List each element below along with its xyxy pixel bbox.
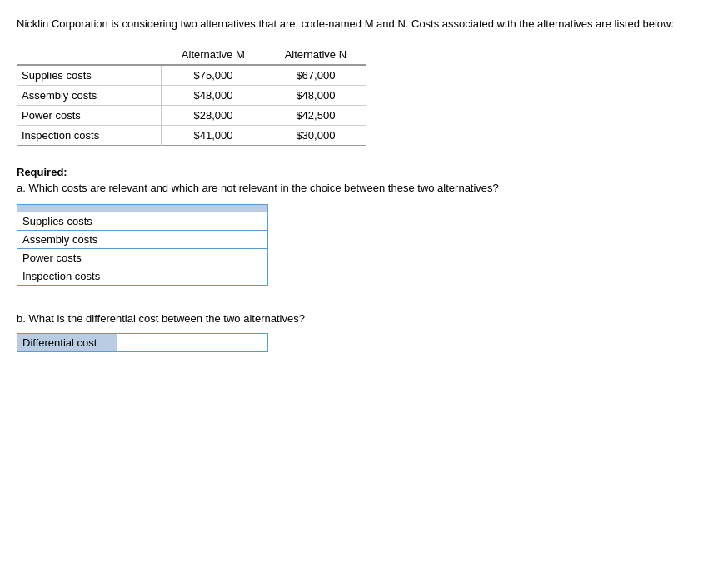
- answer-row-input-cell-0[interactable]: [117, 212, 268, 231]
- data-table-row: Supplies costs $75,000 $67,000: [17, 65, 366, 86]
- differential-cost-label: Differential cost: [17, 334, 117, 352]
- answer-table-row: Inspection costs: [17, 267, 268, 286]
- differential-cost-input-cell[interactable]: [117, 334, 268, 352]
- answer-row-input-cell-3[interactable]: [117, 267, 268, 286]
- answer-table-header-col: [117, 205, 268, 212]
- differential-cost-row: Differential cost: [17, 334, 268, 352]
- data-row-alt-n-0: $67,000: [265, 65, 366, 86]
- answer-row-input-1[interactable]: [122, 233, 262, 246]
- col-alt-m-header: Alternative M: [162, 45, 265, 65]
- answer-row-input-3[interactable]: [122, 270, 262, 282]
- answer-row-label-2: Power costs: [17, 249, 117, 267]
- answer-table-row: Power costs: [17, 249, 268, 267]
- data-row-label-1: Assembly costs: [17, 86, 162, 106]
- data-row-label-2: Power costs: [17, 106, 162, 126]
- data-row-alt-n-2: $42,500: [265, 106, 366, 126]
- answer-row-input-cell-2[interactable]: [117, 249, 268, 267]
- intro-text: Nicklin Corporation is considering two a…: [17, 17, 711, 32]
- differential-cost-input[interactable]: [122, 336, 262, 349]
- col-alt-n-header: Alternative N: [265, 45, 366, 65]
- question-b-text: b. What is the differential cost between…: [17, 312, 711, 325]
- data-table-row: Power costs $28,000 $42,500: [17, 106, 366, 126]
- answer-table-row: Supplies costs: [17, 212, 268, 231]
- answer-table-a: Supplies costs Assembly costs Power cost…: [17, 204, 268, 286]
- data-row-alt-m-1: $48,000: [162, 86, 265, 106]
- data-row-alt-n-3: $30,000: [265, 126, 366, 146]
- answer-row-input-2[interactable]: [122, 252, 262, 264]
- data-table-row: Assembly costs $48,000 $48,000: [17, 86, 366, 106]
- data-row-alt-m-2: $28,000: [162, 106, 265, 126]
- data-row-alt-m-0: $75,000: [162, 65, 265, 86]
- data-row-label-3: Inspection costs: [17, 126, 162, 146]
- data-row-alt-m-3: $41,000: [162, 126, 265, 146]
- answer-table-header-label: [17, 205, 117, 212]
- answer-table-row: Assembly costs: [17, 231, 268, 249]
- answer-row-input-cell-1[interactable]: [117, 231, 268, 249]
- data-row-alt-n-1: $48,000: [265, 86, 366, 106]
- data-table-row: Inspection costs $41,000 $30,000: [17, 126, 366, 146]
- answer-row-label-1: Assembly costs: [17, 231, 117, 249]
- answer-row-label-0: Supplies costs: [17, 212, 117, 231]
- data-row-label-0: Supplies costs: [17, 65, 162, 86]
- answer-row-input-0[interactable]: [122, 215, 262, 227]
- question-a-text: a. Which costs are relevant and which ar…: [17, 182, 711, 194]
- data-table: Alternative M Alternative N Supplies cos…: [17, 45, 366, 146]
- required-label: Required:: [17, 166, 711, 178]
- answer-row-label-3: Inspection costs: [17, 267, 117, 286]
- differential-cost-table: Differential cost: [17, 333, 268, 352]
